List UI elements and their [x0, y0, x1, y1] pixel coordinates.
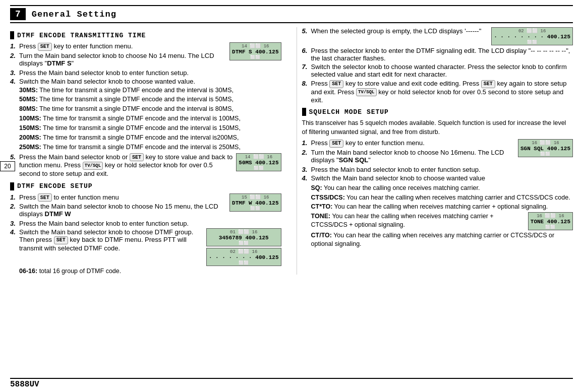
- r-step7: 7. Switch the selector knob to choose wa…: [302, 63, 573, 78]
- sq-step3-text: Press the Main band selector knob to ent…: [311, 166, 573, 173]
- s2-note: 06-16: total 16 group of DTMF code.: [19, 268, 281, 275]
- s2-step1-content: 1. Press SET to enter function menu 2. S…: [10, 193, 227, 219]
- section1-header: DTMF ENCODE TRANSMITTING TIME: [10, 31, 281, 39]
- page-number: 20: [0, 161, 15, 171]
- lcd-display-1: 14 ⬜⬜ 16 DTMF S 400.125 ⬜⬜: [229, 42, 281, 60]
- val-80ms: 80MS: The time for transmit a single DTM…: [19, 105, 281, 113]
- section2-header: DTMF ENCODE SETUP: [10, 182, 281, 190]
- step1-content: 1. Press SET key to enter function menu.…: [10, 42, 227, 68]
- r-step5-row: 5. When the selected group is empty, the…: [302, 27, 573, 45]
- sq-tone-content: TONE: You can hear the calling when rece…: [302, 212, 526, 230]
- set-btn-s2-4[interactable]: SET: [54, 236, 68, 244]
- set-btn-5[interactable]: SET: [130, 153, 144, 161]
- model-number: 5888UV: [10, 380, 39, 389]
- step1-num: 1.: [10, 42, 19, 50]
- val-200ms: 200MS: The time for transmit a single DT…: [19, 134, 281, 142]
- s2-step1-text: Press SET to enter function menu: [19, 193, 227, 202]
- sq-step4: 4. Switch the Main band selector knob to…: [302, 174, 573, 182]
- r-step5-content: 5. When the selected group is empty, the…: [302, 27, 490, 36]
- step4-num: 4.: [10, 78, 19, 85]
- sq-step2-text: Turn the Main band selector knob to choo…: [311, 149, 516, 164]
- sq-val-ctss: CTSS/DCS: You can hear the calling when …: [311, 193, 573, 202]
- lcd-display-2: 14 ⬜⬜ 16 50MS 400.125 ⬜⬜: [236, 153, 281, 171]
- s2-step4-content: 4. Switch the Main band selector knob to…: [10, 228, 204, 253]
- r-step5-text: When the selected group is empty, the LC…: [311, 27, 490, 35]
- s2-step4-row: 4. Switch the Main band selector knob to…: [10, 228, 281, 266]
- r-step6: 6. Press the selector knob to enter the …: [302, 47, 573, 62]
- set-btn-r8b[interactable]: SET: [481, 80, 495, 88]
- s2-step3-text: Press the Main band selector knob to ent…: [19, 220, 281, 227]
- s2-step2-num: 2.: [10, 203, 19, 210]
- set-btn-sq1[interactable]: SET: [329, 140, 343, 148]
- s2-step4-text: Switch the Main band selector knob to ch…: [19, 228, 204, 252]
- page-header: 7 General Setting: [10, 8, 573, 23]
- val-50ms: 50MS: The time for transmit a single DTM…: [19, 95, 281, 104]
- s2-step1: 1. Press SET to enter function menu: [10, 193, 227, 202]
- right-column: 5. When the selected group is empty, the…: [297, 27, 573, 275]
- sq-step3-num: 3.: [302, 166, 311, 173]
- sq-step1-num: 1.: [302, 139, 311, 147]
- lcd-display-6: 02 ⬜⬜ 16 · · · · · · · · 400.125 ⬜⬜: [491, 27, 573, 45]
- sq-step2: 2. Turn the Main band selector knob to c…: [302, 149, 516, 164]
- squelch-intro: This transceiver has 5 squelch modes ava…: [302, 119, 573, 137]
- sq-step1-text: Press SET key to enter function menu.: [311, 139, 516, 148]
- s2-step4-num: 4.: [10, 228, 19, 236]
- val-100ms: 100MS: The time for transmit a single DT…: [19, 114, 281, 123]
- step3-num: 3.: [10, 69, 19, 77]
- lcd-empty: 02 ⬜⬜ 16 · · · · · · · · 400.125 ⬜⬜: [491, 27, 573, 45]
- r-step7-num: 7.: [302, 63, 311, 71]
- lcd-display-8: 16 ⬜⬜ 16 TONE 400.125 ⬜⬜: [528, 212, 573, 230]
- r-step8-text: Press SET key to store value and exit co…: [311, 80, 573, 104]
- step1-row: 1. Press SET key to enter function menu.…: [10, 42, 281, 68]
- s2-step4: 4. Switch the Main band selector knob to…: [10, 228, 204, 252]
- step3-text: Press the Main band selector knob to ent…: [19, 69, 281, 77]
- tvsql-btn-r8[interactable]: TV/SQL: [356, 88, 376, 96]
- s2-note-text: total 16 group of DTMF code.: [39, 268, 122, 275]
- step5-row: 5. Press the Main band selector knob or …: [10, 153, 281, 178]
- r-step6-text: Press the selector knob to enter the DTM…: [311, 47, 573, 62]
- s2-step1-row: 1. Press SET to enter function menu 2. S…: [10, 193, 281, 219]
- s2-step1-num: 1.: [10, 193, 19, 201]
- lcd-dtmf-w: 15 ⬜⬜ 16 DTMF W 400.125 ⬜⬜: [229, 193, 281, 212]
- sq-step4-text: Switch the Main band selector knob to ch…: [311, 174, 573, 182]
- section3-header: SQUELCH MODE SETUP: [302, 108, 573, 116]
- step2-text: Turn the Main band selector knob to choo…: [19, 52, 227, 67]
- lcd-display-5: 02 ⬜⬜ 16 · · · · · · · 400.125 ⬜⬜: [206, 248, 281, 266]
- r-step6-num: 6.: [302, 47, 311, 54]
- section1-title: DTMF ENCODE TRANSMITTING TIME: [17, 32, 146, 39]
- lcd-sgn-sql: 16 ⬜⬜ 16 SGN SQL 400.125 ⬜⬜: [518, 139, 573, 157]
- lcd-group: 01 ⬜⬜ 16 3456789 400.125 ⬜⬜ 02 ⬜⬜ 16 · ·…: [206, 228, 281, 266]
- main-content: DTMF ENCODE TRANSMITTING TIME 1. Press S…: [10, 27, 573, 275]
- sq-val-sq: SQ: You can hear the calling once receiv…: [311, 184, 573, 192]
- section3-block: [302, 108, 306, 116]
- r-step5: 5. When the selected group is empty, the…: [302, 27, 490, 35]
- step1: 1. Press SET key to enter function menu.: [10, 42, 227, 51]
- set-btn-r8a[interactable]: SET: [329, 80, 343, 88]
- step5-content: 5. Press the Main band selector knob or …: [10, 153, 234, 178]
- section2-block: [10, 182, 14, 190]
- step4: 4. Switch the Main band selector knob to…: [10, 78, 281, 85]
- set-btn-s2-1[interactable]: SET: [38, 193, 52, 202]
- sq-step3: 3. Press the Main band selector knob to …: [302, 166, 573, 173]
- r-step7-text: Switch the selector knob to choose wante…: [311, 63, 573, 78]
- tvsql-btn-5[interactable]: TV/SQL: [83, 162, 103, 170]
- step5-num: 5.: [10, 153, 19, 161]
- val-30ms: 30MS: The time for transmit a single DTM…: [19, 86, 281, 95]
- s2-step3: 3. Press the Main band selector knob to …: [10, 220, 281, 227]
- sq-step4-num: 4.: [302, 174, 311, 182]
- lcd-tone: 16 ⬜⬜ 16 TONE 400.125 ⬜⬜: [528, 212, 573, 230]
- section2-title: DTMF ENCODE SETUP: [17, 182, 93, 190]
- set-btn-1[interactable]: SET: [38, 43, 52, 51]
- lcd-display-4: 01 ⬜⬜ 16 3456789 400.125 ⬜⬜: [206, 228, 281, 246]
- footer: 5888UV: [10, 378, 573, 389]
- chapter-number: 7: [10, 8, 26, 20]
- sq-val-ctto2: CT/TO: You can hear the calling when rec…: [311, 231, 573, 248]
- left-column: DTMF ENCODE TRANSMITTING TIME 1. Press S…: [10, 27, 286, 275]
- lcd-dtmf-s: 14 ⬜⬜ 16 DTMF S 400.125 ⬜⬜: [229, 42, 281, 60]
- section1-block: [10, 31, 14, 39]
- step2: 2. Turn the Main band selector knob to c…: [10, 52, 227, 67]
- top-border: [10, 5, 573, 6]
- r-step5-num: 5.: [302, 27, 311, 35]
- sq-tone-row: TONE: You can hear the calling when rece…: [302, 212, 573, 230]
- section3-title: SQUELCH MODE SETUP: [309, 108, 389, 116]
